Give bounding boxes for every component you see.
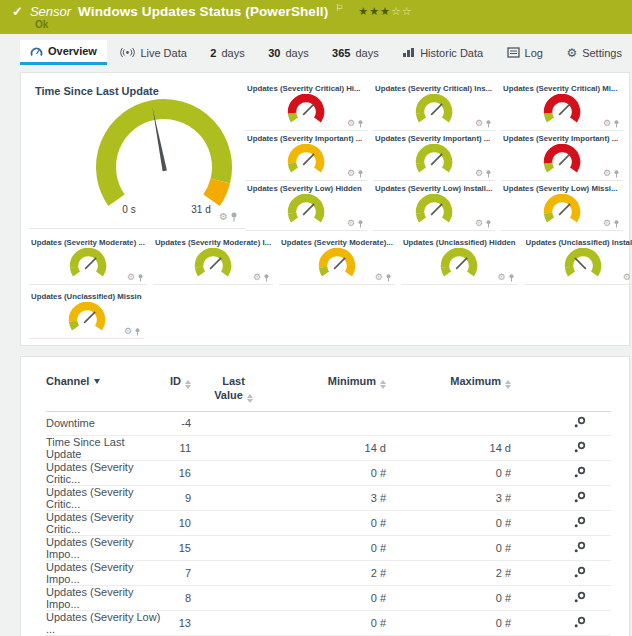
- gauge-cell[interactable]: Updates (Severity Important) ... ⚙: [245, 131, 367, 181]
- main-gauge-cell[interactable]: Time Since Last Update 0 s 31 d ⚙: [29, 81, 245, 229]
- gauge-cell[interactable]: Updates (Severity Low) Hidden ⚙: [245, 181, 367, 231]
- column-label: Minimum: [328, 375, 376, 387]
- channel-id: 10: [161, 510, 191, 535]
- gauge-cell[interactable]: Updates (Severity Critical) Mi... ⚙: [501, 81, 623, 131]
- gauge-cell[interactable]: Updates (Severity Moderate)... ⚙: [279, 235, 395, 285]
- tab-label: Settings: [582, 47, 622, 59]
- channel-id: 8: [161, 585, 191, 610]
- tab-historic-data[interactable]: Historic Data: [392, 40, 493, 65]
- gauge-cell[interactable]: Updates (Severity Moderate) I... ⚙: [153, 235, 273, 285]
- pin-icon[interactable]: [614, 120, 619, 128]
- gauge-dial: [437, 248, 481, 280]
- column-header-channel[interactable]: Channel: [46, 371, 161, 411]
- wrench-icon[interactable]: [574, 591, 586, 603]
- wrench-icon[interactable]: [574, 416, 586, 428]
- gauge-dial: [315, 248, 359, 280]
- gear-icon[interactable]: ⚙: [475, 169, 483, 178]
- gauge-min-label: 0 s: [122, 204, 135, 215]
- object-kind-label: Sensor: [30, 4, 71, 19]
- gauge-cell[interactable]: Updates (Severity Important) ... ⚙: [373, 131, 495, 181]
- gauge-dial: [540, 94, 584, 126]
- gear-icon[interactable]: ⚙: [347, 119, 355, 128]
- channel-last-value: [191, 610, 276, 635]
- gear-icon[interactable]: ⚙: [603, 219, 611, 228]
- gear-icon[interactable]: ⚙: [603, 119, 611, 128]
- channel-minimum: 14 d: [276, 435, 386, 460]
- tab-settings[interactable]: ⚙ Settings: [556, 40, 632, 65]
- tab-2-days[interactable]: 2 days: [200, 40, 254, 65]
- gauge-title: Updates (Unclassified) Hidden: [403, 238, 516, 247]
- pin-icon[interactable]: [135, 328, 140, 336]
- channel-id: -4: [161, 411, 191, 435]
- gear-icon[interactable]: ⚙: [375, 273, 383, 282]
- gauge-cell[interactable]: Updates (Severity Critical) Ins... ⚙: [373, 81, 495, 131]
- wrench-icon[interactable]: [574, 616, 586, 628]
- pin-icon[interactable]: [614, 220, 619, 228]
- wrench-icon[interactable]: [574, 516, 586, 528]
- gauge-cell[interactable]: Updates (Unclassified) Missing ⚙: [29, 289, 144, 339]
- channel-name: Updates (Severity Critic...: [46, 485, 161, 510]
- pin-icon[interactable]: [486, 220, 491, 228]
- wrench-icon[interactable]: [574, 566, 586, 578]
- tab-30-days[interactable]: 30 days: [258, 40, 319, 65]
- gauge-cell[interactable]: Updates (Severity Low) Install... ⚙: [373, 181, 495, 231]
- gauge-title: Updates (Severity Low) Missi...: [503, 184, 621, 193]
- pin-icon[interactable]: [614, 170, 619, 178]
- column-header-id[interactable]: ID: [161, 371, 191, 411]
- gauge-cell[interactable]: Updates (Severity Low) Missi... ⚙: [501, 181, 623, 231]
- gauge-cell[interactable]: Updates (Severity Critical) Hi... ⚙: [245, 81, 367, 131]
- tab-overview[interactable]: Overview: [20, 40, 107, 65]
- pin-icon[interactable]: [231, 212, 237, 222]
- pin-icon[interactable]: [509, 274, 514, 282]
- column-header-last-value[interactable]: LastValue: [191, 371, 276, 411]
- tab-label: Live Data: [140, 47, 186, 59]
- pin-icon[interactable]: [264, 274, 269, 282]
- priority-stars[interactable]: ★★★☆☆: [358, 5, 412, 18]
- gear-icon[interactable]: ⚙: [253, 273, 261, 282]
- gear-icon[interactable]: ⚙: [127, 273, 135, 282]
- gauge-dial: [412, 144, 456, 176]
- tab-log[interactable]: Log: [497, 40, 553, 65]
- column-header-tools: [511, 371, 611, 411]
- gear-icon[interactable]: ⚙: [347, 219, 355, 228]
- column-header-minimum[interactable]: Minimum: [276, 371, 386, 411]
- wrench-icon[interactable]: [574, 466, 586, 478]
- gear-icon[interactable]: ⚙: [475, 119, 483, 128]
- channel-id: 15: [161, 535, 191, 560]
- channel-maximum: 0 #: [386, 585, 511, 610]
- historic-data-icon: [402, 47, 415, 58]
- star-filled-icon[interactable]: ★★★: [358, 5, 391, 17]
- channel-name: Updates (Severity Impo...: [46, 560, 161, 585]
- gear-icon[interactable]: ⚙: [347, 169, 355, 178]
- gauge-cell[interactable]: Updates (Unclassified) Install... ⚙: [524, 235, 632, 285]
- small-gauge-grid: Updates (Severity Critical) Hi... ⚙ Upda…: [245, 81, 623, 231]
- gauge-cell[interactable]: Updates (Severity Important) ... ⚙: [501, 131, 623, 181]
- star-empty-icon[interactable]: ☆☆: [391, 5, 413, 17]
- pin-icon[interactable]: [486, 120, 491, 128]
- pin-icon[interactable]: [358, 220, 363, 228]
- gear-icon[interactable]: ⚙: [497, 273, 505, 282]
- pin-icon[interactable]: [138, 274, 143, 282]
- tab-live-data[interactable]: Live Data: [110, 40, 196, 65]
- gear-icon[interactable]: ⚙: [124, 327, 132, 336]
- tab-365-days[interactable]: 365 days: [322, 40, 389, 65]
- gauge-title: Updates (Severity Moderate) ...: [31, 238, 145, 247]
- wrench-icon[interactable]: [574, 491, 586, 503]
- pin-icon[interactable]: [358, 120, 363, 128]
- gear-icon[interactable]: ⚙: [623, 273, 631, 282]
- channel-last-value: [191, 535, 276, 560]
- gear-icon[interactable]: ⚙: [219, 212, 228, 222]
- gauge-cell[interactable]: Updates (Unclassified) Hidden ⚙: [401, 235, 518, 285]
- column-label: Last: [222, 375, 245, 387]
- gauge-cell[interactable]: Updates (Severity Moderate) ... ⚙: [29, 235, 147, 285]
- gear-icon[interactable]: ⚙: [603, 169, 611, 178]
- pin-icon[interactable]: [386, 274, 391, 282]
- gear-icon[interactable]: ⚙: [475, 219, 483, 228]
- channel-id: 16: [161, 460, 191, 485]
- pin-icon[interactable]: [486, 170, 491, 178]
- column-header-maximum[interactable]: Maximum: [386, 371, 511, 411]
- wrench-icon[interactable]: [574, 541, 586, 553]
- pin-icon[interactable]: [358, 170, 363, 178]
- channel-last-value: [191, 485, 276, 510]
- wrench-icon[interactable]: [574, 441, 586, 453]
